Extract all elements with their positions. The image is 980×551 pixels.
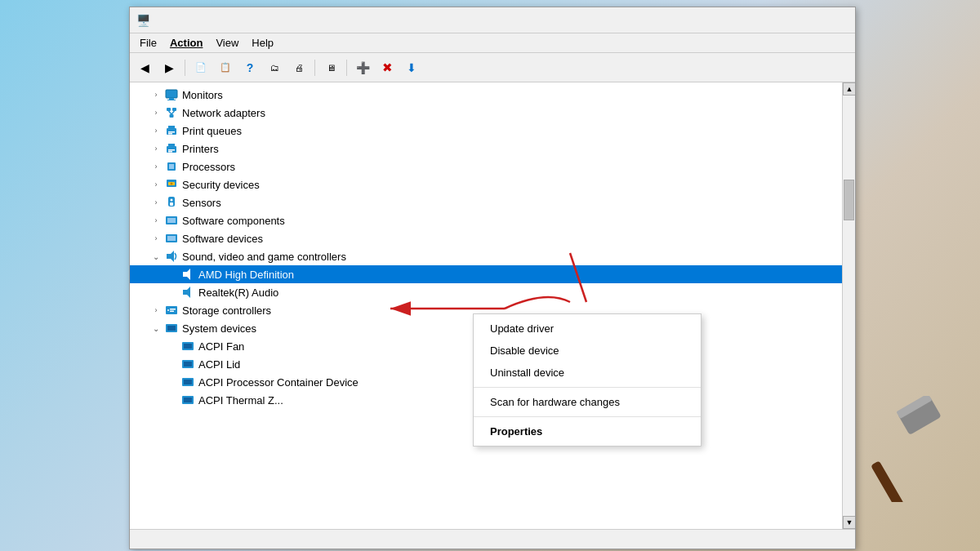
acpi-thermal-icon [180, 393, 195, 407]
svg-rect-40 [184, 362, 192, 367]
svg-marker-28 [167, 251, 174, 262]
minimize-button[interactable] [729, 9, 767, 32]
svg-rect-2 [167, 100, 176, 100]
svg-rect-42 [184, 380, 192, 384]
device-list-button[interactable]: 📋 [214, 56, 237, 79]
context-update-driver[interactable]: Update driver [474, 318, 701, 340]
add-driver-button[interactable]: ➕ [351, 56, 374, 79]
maximize-button[interactable] [770, 9, 808, 32]
processors-label: Processors [182, 161, 235, 173]
monitor-button[interactable]: 🖥 [319, 56, 342, 79]
scan-button[interactable]: ⬇ [400, 56, 423, 79]
system-icon [164, 321, 179, 335]
scroll-track[interactable] [843, 96, 855, 516]
expand-icon-processors: › [149, 160, 163, 173]
tree-item-security[interactable]: › Security devices [130, 176, 842, 193]
network-label: Network adapters [182, 107, 265, 119]
storage-icon [164, 303, 179, 318]
scroll-down-button[interactable]: ▼ [843, 516, 855, 529]
expand-icon-printers: › [149, 142, 163, 155]
expand-icon-acpi-lid [166, 358, 179, 371]
svg-rect-34 [170, 311, 174, 313]
tree-item-software-devices[interactable]: › Software devices [130, 229, 842, 247]
tree-panel[interactable]: › Monitors › Network adapters › [130, 82, 842, 529]
software-components-label: Software components [182, 215, 285, 227]
titlebar: 🖥️ [130, 7, 855, 33]
expand-icon-storage: › [149, 304, 163, 317]
tree-item-sound[interactable]: ⌄ Sound, video and game controllers [130, 247, 842, 265]
svg-rect-44 [184, 398, 192, 402]
security-icon [164, 177, 179, 192]
tree-item-printers[interactable]: › Printers [130, 140, 842, 158]
menu-help[interactable]: Help [245, 35, 280, 51]
acpi-lid-label: ACPI Lid [198, 358, 240, 371]
scroll-thumb[interactable] [844, 180, 854, 220]
svg-marker-29 [183, 269, 190, 280]
print-button[interactable]: 🖨 [287, 56, 310, 79]
svg-rect-17 [169, 164, 174, 169]
tree-item-realtek[interactable]: Realtek(R) Audio [130, 283, 842, 301]
properties-button[interactable]: 📄 [189, 56, 212, 79]
svg-rect-11 [168, 133, 172, 135]
acpi-fan-icon [180, 339, 195, 353]
svg-point-32 [167, 309, 169, 311]
forward-button[interactable]: ▶ [158, 56, 180, 79]
realtek-label: Realtek(R) Audio [198, 287, 278, 299]
svg-rect-25 [167, 218, 176, 223]
context-scan-hardware[interactable]: Scan for hardware changes [474, 391, 701, 413]
tree-item-print-queues[interactable]: › Print queues [130, 122, 842, 140]
toolbar-separator-2 [314, 60, 315, 76]
tree-item-network[interactable]: › Network adapters [130, 104, 842, 122]
expand-icon-system: ⌄ [149, 322, 163, 335]
security-label: Security devices [182, 179, 260, 191]
svg-point-20 [171, 183, 173, 185]
context-menu: Update driver Disable device Uninstall d… [473, 313, 702, 447]
print-queues-label: Print queues [182, 125, 242, 137]
tree-item-monitors[interactable]: › Monitors [130, 86, 842, 104]
content-area: › Monitors › Network adapters › [130, 82, 855, 529]
svg-marker-30 [183, 287, 190, 298]
context-separator-1 [474, 387, 701, 388]
svg-rect-5 [170, 114, 174, 118]
svg-rect-4 [172, 108, 176, 111]
close-button[interactable] [811, 9, 849, 32]
remove-driver-button[interactable]: ✖ [376, 56, 399, 79]
processors-icon [164, 159, 179, 174]
system-label: System devices [182, 322, 256, 335]
svg-rect-49 [871, 460, 906, 502]
tree-item-processors[interactable]: › Processors [130, 158, 842, 176]
menubar: File Action View Help [130, 33, 855, 53]
help-button[interactable]: ? [238, 56, 261, 79]
menu-view[interactable]: View [209, 35, 245, 51]
expand-icon-realtek [166, 286, 179, 299]
context-properties[interactable]: Properties [474, 420, 701, 442]
expand-button[interactable]: 🗂 [263, 56, 286, 79]
software-devices-icon [164, 231, 179, 246]
menu-action[interactable]: Action [163, 35, 209, 51]
svg-line-7 [172, 111, 175, 114]
scrollbar[interactable]: ▲ ▼ [842, 82, 855, 529]
expand-icon-amd [166, 268, 179, 281]
monitors-label: Monitors [182, 89, 223, 101]
statusbar [130, 529, 855, 549]
tree-item-software-components[interactable]: › Software components [130, 211, 842, 229]
acpi-fan-label: ACPI Fan [198, 340, 244, 353]
printers-icon [164, 141, 179, 156]
acpi-processor-icon [180, 375, 195, 389]
menu-file[interactable]: File [133, 35, 163, 51]
svg-rect-27 [167, 236, 176, 241]
context-disable-device[interactable]: Disable device [474, 340, 701, 362]
expand-icon-sensors: › [149, 196, 163, 209]
hammer-illustration [858, 396, 956, 502]
back-button[interactable]: ◀ [133, 56, 156, 79]
expand-icon-acpi-thermal [166, 393, 179, 407]
svg-rect-14 [168, 149, 175, 151]
tree-item-sensors[interactable]: › Sensors [130, 193, 842, 211]
tree-item-amd-audio[interactable]: AMD High Definition [130, 265, 842, 283]
context-separator-2 [474, 416, 701, 417]
scroll-up-button[interactable]: ▲ [843, 82, 855, 96]
realtek-icon [180, 285, 195, 300]
amd-icon [180, 267, 195, 282]
context-uninstall-device[interactable]: Uninstall device [474, 362, 701, 384]
svg-rect-15 [168, 151, 172, 153]
